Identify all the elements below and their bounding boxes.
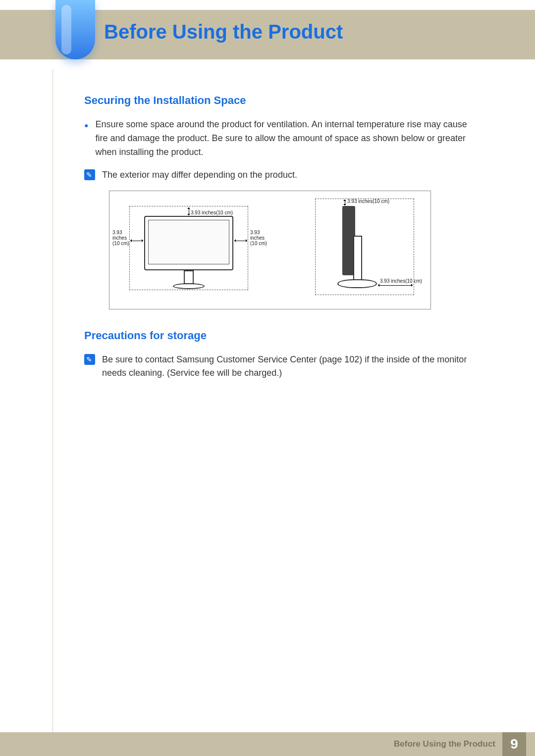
- content-area: Securing the Installation Space ● Ensure…: [84, 94, 481, 389]
- monitor-side-arm: [353, 236, 362, 280]
- note-icon: [84, 354, 95, 365]
- monitor-front-base: [173, 283, 205, 289]
- monitor-front-stand: [184, 270, 194, 284]
- chapter-tab-decor: [55, 0, 95, 59]
- note-text: The exterior may differ depending on the…: [102, 168, 297, 182]
- arrow-top: [189, 207, 189, 215]
- arrow-right: [234, 241, 247, 241]
- bullet-text: Ensure some space around the product for…: [95, 118, 481, 159]
- footer-band: Before Using the Product 9: [0, 732, 535, 756]
- arrow-side-bottom: [378, 285, 413, 286]
- dim-label-top: 3.93 inches(10 cm): [191, 210, 233, 215]
- footer-chapter: Before Using the Product: [394, 739, 495, 749]
- dim-label-right: 3.93 inches (10 cm): [250, 230, 267, 246]
- note-text: Be sure to contact Samsung Customer Serv…: [102, 353, 481, 380]
- left-margin-rule: [53, 69, 53, 756]
- bullet-item: ● Ensure some space around the product f…: [84, 118, 481, 159]
- arrow-left: [130, 241, 143, 241]
- monitor-front-screen: [148, 220, 229, 264]
- page-title: Before Using the Product: [104, 21, 343, 43]
- clearance-diagram: 3.93 inches(10 cm) 3.93 inches (10 cm) 3…: [109, 191, 431, 309]
- note-icon: [84, 169, 95, 180]
- note-row: The exterior may differ depending on the…: [84, 168, 481, 182]
- section-title-installation-space: Securing the Installation Space: [84, 94, 481, 107]
- monitor-side-base: [337, 279, 377, 288]
- dim-label-side-top: 3.93 inches(10 cm): [347, 199, 389, 204]
- section-title-precautions-storage: Precautions for storage: [84, 329, 481, 342]
- arrow-side-top: [345, 200, 345, 205]
- bullet-icon: ●: [84, 120, 88, 159]
- page-number: 9: [502, 732, 526, 756]
- note-row: Be sure to contact Samsung Customer Serv…: [84, 353, 481, 380]
- dim-label-side-bottom: 3.93 inches(10 cm): [380, 278, 422, 284]
- dim-label-left: 3.93 inches (10 cm): [112, 230, 129, 246]
